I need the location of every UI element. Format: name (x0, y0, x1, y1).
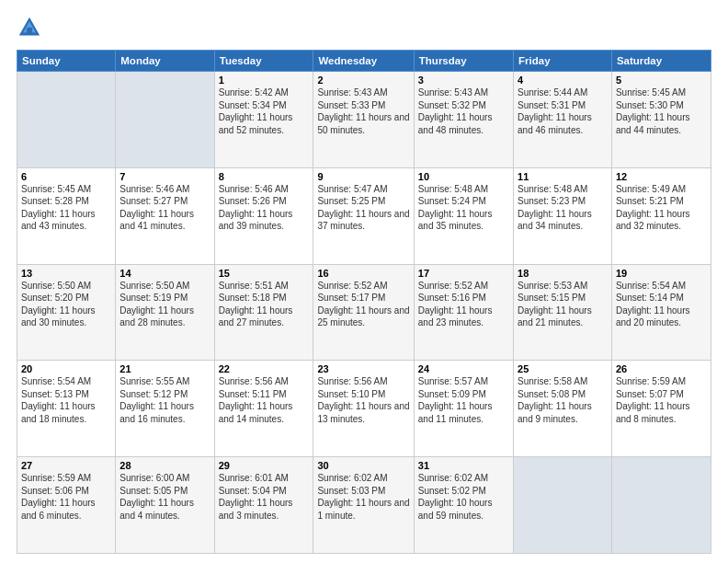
day-info: Sunrise: 6:02 AM Sunset: 5:03 PM Dayligh… (317, 472, 409, 522)
day-number: 10 (418, 171, 509, 182)
day-number: 23 (317, 363, 409, 374)
day-info: Sunrise: 6:01 AM Sunset: 5:04 PM Dayligh… (219, 472, 310, 522)
week-row-5: 27Sunrise: 5:59 AM Sunset: 5:06 PM Dayli… (17, 457, 711, 554)
cell-1-5: 3Sunrise: 5:43 AM Sunset: 5:32 PM Daylig… (414, 72, 513, 168)
day-info: Sunrise: 5:59 AM Sunset: 5:07 PM Dayligh… (616, 375, 707, 425)
header-row: SundayMondayTuesdayWednesdayThursdayFrid… (17, 51, 711, 72)
day-info: Sunrise: 5:50 AM Sunset: 5:19 PM Dayligh… (119, 280, 210, 329)
cell-5-4: 30Sunrise: 6:02 AM Sunset: 5:03 PM Dayli… (313, 457, 414, 554)
day-number: 1 (219, 75, 310, 86)
cell-4-6: 25Sunrise: 5:58 AM Sunset: 5:08 PM Dayli… (514, 361, 612, 457)
day-info: Sunrise: 5:59 AM Sunset: 5:06 PM Dayligh… (21, 472, 111, 522)
cell-1-4: 2Sunrise: 5:43 AM Sunset: 5:33 PM Daylig… (313, 72, 414, 168)
col-header-monday: Monday (116, 51, 214, 72)
page: SundayMondayTuesdayWednesdayThursdayFrid… (0, 0, 728, 563)
day-info: Sunrise: 5:45 AM Sunset: 5:30 PM Dayligh… (616, 86, 707, 136)
cell-3-5: 17Sunrise: 5:52 AM Sunset: 5:16 PM Dayli… (414, 264, 513, 361)
cell-4-7: 26Sunrise: 5:59 AM Sunset: 5:07 PM Dayli… (611, 361, 711, 457)
day-number: 29 (219, 460, 310, 471)
day-number: 25 (518, 363, 608, 374)
cell-3-1: 13Sunrise: 5:50 AM Sunset: 5:20 PM Dayli… (17, 264, 116, 361)
day-number: 11 (518, 171, 608, 182)
logo (17, 15, 46, 40)
day-info: Sunrise: 5:50 AM Sunset: 5:20 PM Dayligh… (21, 280, 111, 329)
day-info: Sunrise: 5:48 AM Sunset: 5:23 PM Dayligh… (518, 183, 608, 233)
day-info: Sunrise: 5:54 AM Sunset: 5:13 PM Dayligh… (21, 375, 111, 425)
week-row-4: 20Sunrise: 5:54 AM Sunset: 5:13 PM Dayli… (17, 361, 711, 457)
day-info: Sunrise: 5:43 AM Sunset: 5:32 PM Dayligh… (418, 86, 509, 136)
cell-1-6: 4Sunrise: 5:44 AM Sunset: 5:31 PM Daylig… (514, 72, 612, 168)
cell-2-3: 8Sunrise: 5:46 AM Sunset: 5:26 PM Daylig… (214, 167, 313, 264)
day-info: Sunrise: 5:56 AM Sunset: 5:10 PM Dayligh… (317, 375, 409, 425)
cell-1-2 (116, 72, 214, 168)
day-number: 7 (119, 171, 210, 182)
day-number: 8 (219, 171, 310, 182)
day-info: Sunrise: 5:45 AM Sunset: 5:28 PM Dayligh… (21, 183, 111, 233)
day-number: 13 (21, 268, 111, 279)
day-info: Sunrise: 6:00 AM Sunset: 5:05 PM Dayligh… (119, 472, 210, 522)
cell-5-5: 31Sunrise: 6:02 AM Sunset: 5:02 PM Dayli… (414, 457, 513, 554)
day-number: 5 (616, 75, 707, 86)
day-number: 2 (317, 75, 409, 86)
day-number: 21 (119, 363, 210, 374)
day-info: Sunrise: 5:46 AM Sunset: 5:26 PM Dayligh… (219, 183, 310, 233)
day-number: 26 (616, 363, 707, 374)
day-number: 4 (518, 75, 608, 86)
day-number: 16 (317, 268, 409, 279)
day-number: 3 (418, 75, 509, 86)
day-info: Sunrise: 5:46 AM Sunset: 5:27 PM Dayligh… (119, 183, 210, 233)
cell-5-6 (514, 457, 612, 554)
cell-2-6: 11Sunrise: 5:48 AM Sunset: 5:23 PM Dayli… (514, 167, 612, 264)
svg-rect-2 (27, 28, 32, 34)
week-row-1: 1Sunrise: 5:42 AM Sunset: 5:34 PM Daylig… (17, 72, 711, 168)
day-info: Sunrise: 5:44 AM Sunset: 5:31 PM Dayligh… (518, 86, 608, 136)
cell-5-7 (611, 457, 711, 554)
day-number: 12 (616, 171, 707, 182)
cell-4-2: 21Sunrise: 5:55 AM Sunset: 5:12 PM Dayli… (116, 361, 214, 457)
cell-3-6: 18Sunrise: 5:53 AM Sunset: 5:15 PM Dayli… (514, 264, 612, 361)
day-number: 30 (317, 460, 409, 471)
col-header-sunday: Sunday (17, 51, 116, 72)
cell-2-1: 6Sunrise: 5:45 AM Sunset: 5:28 PM Daylig… (17, 167, 116, 264)
cell-5-2: 28Sunrise: 6:00 AM Sunset: 5:05 PM Dayli… (116, 457, 214, 554)
day-info: Sunrise: 5:49 AM Sunset: 5:21 PM Dayligh… (616, 183, 707, 233)
day-number: 20 (21, 363, 111, 374)
day-number: 24 (418, 363, 509, 374)
col-header-thursday: Thursday (414, 51, 513, 72)
cell-2-4: 9Sunrise: 5:47 AM Sunset: 5:25 PM Daylig… (313, 167, 414, 264)
cell-4-4: 23Sunrise: 5:56 AM Sunset: 5:10 PM Dayli… (313, 361, 414, 457)
day-number: 22 (219, 363, 310, 374)
day-info: Sunrise: 5:53 AM Sunset: 5:15 PM Dayligh… (518, 280, 608, 329)
day-info: Sunrise: 5:55 AM Sunset: 5:12 PM Dayligh… (119, 375, 210, 425)
day-number: 15 (219, 268, 310, 279)
day-number: 31 (418, 460, 509, 471)
cell-3-4: 16Sunrise: 5:52 AM Sunset: 5:17 PM Dayli… (313, 264, 414, 361)
day-info: Sunrise: 5:47 AM Sunset: 5:25 PM Dayligh… (317, 183, 409, 233)
header (17, 15, 711, 40)
cell-2-2: 7Sunrise: 5:46 AM Sunset: 5:27 PM Daylig… (116, 167, 214, 264)
day-number: 18 (518, 268, 608, 279)
day-info: Sunrise: 6:02 AM Sunset: 5:02 PM Dayligh… (418, 472, 509, 522)
cell-3-7: 19Sunrise: 5:54 AM Sunset: 5:14 PM Dayli… (611, 264, 711, 361)
day-number: 19 (616, 268, 707, 279)
calendar-table: SundayMondayTuesdayWednesdayThursdayFrid… (17, 50, 711, 554)
cell-1-1 (17, 72, 116, 168)
col-header-tuesday: Tuesday (214, 51, 313, 72)
cell-3-2: 14Sunrise: 5:50 AM Sunset: 5:19 PM Dayli… (116, 264, 214, 361)
day-info: Sunrise: 5:42 AM Sunset: 5:34 PM Dayligh… (219, 86, 310, 136)
cell-1-7: 5Sunrise: 5:45 AM Sunset: 5:30 PM Daylig… (611, 72, 711, 168)
day-info: Sunrise: 5:58 AM Sunset: 5:08 PM Dayligh… (518, 375, 608, 425)
cell-5-1: 27Sunrise: 5:59 AM Sunset: 5:06 PM Dayli… (17, 457, 116, 554)
day-info: Sunrise: 5:56 AM Sunset: 5:11 PM Dayligh… (219, 375, 310, 425)
cell-2-5: 10Sunrise: 5:48 AM Sunset: 5:24 PM Dayli… (414, 167, 513, 264)
cell-5-3: 29Sunrise: 6:01 AM Sunset: 5:04 PM Dayli… (214, 457, 313, 554)
day-number: 17 (418, 268, 509, 279)
day-number: 6 (21, 171, 111, 182)
day-info: Sunrise: 5:52 AM Sunset: 5:17 PM Dayligh… (317, 280, 409, 329)
week-row-2: 6Sunrise: 5:45 AM Sunset: 5:28 PM Daylig… (17, 167, 711, 264)
day-info: Sunrise: 5:43 AM Sunset: 5:33 PM Dayligh… (317, 86, 409, 136)
cell-1-3: 1Sunrise: 5:42 AM Sunset: 5:34 PM Daylig… (214, 72, 313, 168)
col-header-friday: Friday (514, 51, 612, 72)
day-number: 27 (21, 460, 111, 471)
week-row-3: 13Sunrise: 5:50 AM Sunset: 5:20 PM Dayli… (17, 264, 711, 361)
